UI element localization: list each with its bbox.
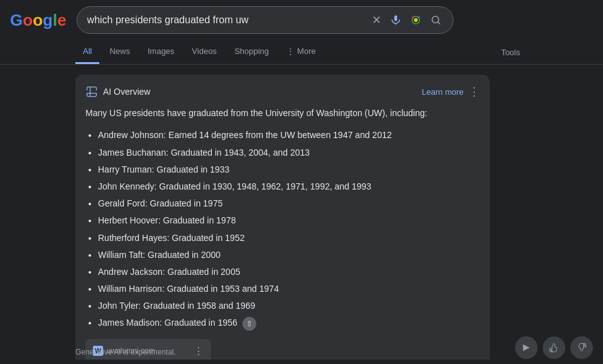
- ai-overview-card: AI Overview Learn more ⋮ Many US preside…: [75, 75, 490, 360]
- list-item: James Madison: Graduated in 1956 ⇧: [98, 315, 480, 331]
- thumbs-down-button[interactable]: [570, 336, 593, 359]
- feedback-icons: [515, 336, 593, 359]
- tab-more-label: More: [297, 46, 316, 56]
- lens-button[interactable]: [409, 13, 423, 27]
- ai-title-row: AI Overview: [85, 85, 150, 98]
- search-icon: [430, 14, 442, 26]
- list-item: Harry Truman: Graduated in 1933: [98, 162, 480, 178]
- nav-tabs: All News Images Videos Shopping ⋮ More T…: [0, 40, 603, 65]
- tab-shopping[interactable]: Shopping: [227, 40, 276, 64]
- search-button[interactable]: [429, 13, 443, 27]
- mic-icon: [390, 14, 401, 26]
- list-item: William Harrison: Graduated in 1953 and …: [98, 281, 480, 297]
- ai-intro-text: Many US presidents have graduated from t…: [85, 106, 480, 120]
- tab-images[interactable]: Images: [140, 40, 182, 64]
- list-item: Andrew Johnson: Earned 14 degrees from t…: [98, 127, 480, 143]
- svg-point-1: [414, 18, 418, 22]
- list-item: Andrew Jackson: Graduated in 2005: [98, 264, 480, 280]
- search-icons: ✕: [371, 12, 443, 28]
- list-item: James Buchanan: Graduated in 1943, 2004,…: [98, 145, 480, 161]
- lens-icon: [410, 14, 421, 26]
- source-menu-icon[interactable]: ⋮: [193, 345, 204, 357]
- header: Google ✕: [0, 0, 603, 40]
- presidents-list: Andrew Johnson: Earned 14 degrees from t…: [85, 127, 480, 331]
- google-logo: Google: [10, 11, 67, 30]
- report-icon: [521, 343, 531, 353]
- ai-overview-header: AI Overview Learn more ⋮: [85, 85, 480, 99]
- list-item: Gerald Ford: Graduated in 1975: [98, 196, 480, 211]
- tab-more[interactable]: ⋮ More: [279, 40, 323, 64]
- tab-videos[interactable]: Videos: [185, 40, 225, 64]
- thumbs-down-icon: [577, 343, 587, 353]
- list-item: Herbert Hoover: Graduated in 1978: [98, 213, 480, 228]
- search-input[interactable]: [87, 14, 366, 26]
- search-bar: ✕: [77, 6, 454, 34]
- ai-actions: Learn more ⋮: [422, 85, 480, 99]
- report-button[interactable]: [515, 336, 538, 359]
- list-item: Rutherford Hayes: Graduated in 1952: [98, 230, 480, 246]
- list-item: John Tyler: Graduated in 1958 and 1969: [98, 298, 480, 314]
- chevron-up-icon: ⇧: [246, 319, 253, 328]
- more-options-icon[interactable]: ⋮: [469, 85, 480, 99]
- thumbs-up-button[interactable]: [543, 336, 565, 359]
- main-content: AI Overview Learn more ⋮ Many US preside…: [0, 65, 603, 360]
- tab-all[interactable]: All: [75, 40, 99, 64]
- tab-news[interactable]: News: [102, 40, 138, 64]
- clear-icon: ✕: [372, 13, 381, 27]
- list-item: William Taft: Graduated in 2000: [98, 247, 480, 263]
- voice-search-button[interactable]: [389, 13, 403, 27]
- ai-overview-title: AI Overview: [103, 87, 150, 97]
- thumbs-up-icon: [549, 343, 559, 353]
- clear-button[interactable]: ✕: [371, 12, 383, 28]
- learn-more-link[interactable]: Learn more: [422, 87, 464, 97]
- ai-overview-icon: [85, 85, 98, 98]
- collapse-button[interactable]: ⇧: [242, 317, 256, 331]
- list-item: John Kennedy: Graduated in 1930, 1948, 1…: [98, 179, 480, 195]
- generative-ai-notice: Generative AI is experimental.: [75, 348, 176, 356]
- more-dots-icon: ⋮: [286, 46, 295, 56]
- tools-button[interactable]: Tools: [494, 41, 528, 63]
